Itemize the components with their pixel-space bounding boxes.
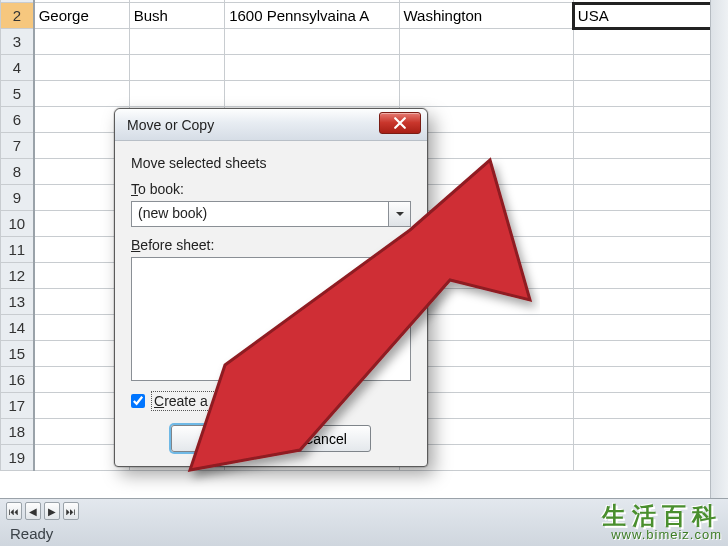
nav-prev-button[interactable]: ◀ xyxy=(25,502,41,520)
dialog-title: Move or Copy xyxy=(127,117,214,133)
create-copy-label[interactable]: Create a copy xyxy=(151,391,244,411)
row-header[interactable]: 2 xyxy=(1,3,34,29)
nav-first-button[interactable]: ⏮ xyxy=(6,502,22,520)
vertical-scrollbar[interactable] xyxy=(710,0,728,498)
cell[interactable] xyxy=(573,107,727,133)
table-row[interactable]: 3 xyxy=(1,29,728,55)
row-header[interactable]: 14 xyxy=(1,315,34,341)
cell[interactable]: Bush xyxy=(129,3,224,29)
cell[interactable] xyxy=(34,81,129,107)
table-row[interactable]: 2GeorgeBush1600 Pennsylvaina AWashington… xyxy=(1,3,728,29)
row-header[interactable]: 15 xyxy=(1,341,34,367)
dialog-titlebar[interactable]: Move or Copy xyxy=(115,109,427,141)
row-header[interactable]: 17 xyxy=(1,393,34,419)
table-row[interactable]: 5 xyxy=(1,81,728,107)
row-header[interactable]: 11 xyxy=(1,237,34,263)
cell[interactable] xyxy=(573,341,727,367)
close-icon xyxy=(394,117,406,129)
cell[interactable] xyxy=(573,237,727,263)
table-row[interactable]: 4 xyxy=(1,55,728,81)
row-header[interactable]: 18 xyxy=(1,419,34,445)
create-copy-checkbox[interactable] xyxy=(131,394,145,408)
cell[interactable] xyxy=(129,81,224,107)
to-book-combo[interactable]: (new book) xyxy=(131,201,411,227)
cell[interactable] xyxy=(573,159,727,185)
cell[interactable] xyxy=(225,55,399,81)
cell[interactable]: 1600 Pennsylvaina A xyxy=(225,3,399,29)
before-sheet-label: Before sheet: xyxy=(131,237,411,253)
to-book-label: To book: xyxy=(131,181,411,197)
row-header[interactable]: 13 xyxy=(1,289,34,315)
move-or-copy-dialog: Move or Copy Move selected sheets To boo… xyxy=(114,108,428,467)
cell[interactable] xyxy=(573,211,727,237)
dialog-heading: Move selected sheets xyxy=(131,155,411,171)
cell[interactable] xyxy=(573,315,727,341)
nav-next-button[interactable]: ▶ xyxy=(44,502,60,520)
before-sheet-listbox[interactable] xyxy=(131,257,411,381)
cell[interactable] xyxy=(399,81,573,107)
row-header[interactable]: 19 xyxy=(1,445,34,471)
status-bar-text: Ready xyxy=(0,523,728,546)
cell[interactable] xyxy=(225,81,399,107)
row-header[interactable]: 7 xyxy=(1,133,34,159)
row-header[interactable]: 9 xyxy=(1,185,34,211)
close-button[interactable] xyxy=(379,112,421,134)
cell[interactable] xyxy=(34,55,129,81)
cancel-button[interactable]: Cancel xyxy=(279,425,371,452)
cell[interactable] xyxy=(129,55,224,81)
bottom-bar: ⏮ ◀ ▶ ⏭ Ready xyxy=(0,498,728,546)
row-header[interactable]: 6 xyxy=(1,107,34,133)
to-book-value: (new book) xyxy=(132,202,388,226)
cell[interactable] xyxy=(34,29,129,55)
cell[interactable] xyxy=(129,29,224,55)
cell[interactable] xyxy=(573,29,727,55)
cell[interactable] xyxy=(573,367,727,393)
cell[interactable] xyxy=(573,289,727,315)
cell[interactable] xyxy=(573,445,727,471)
cell[interactable]: USA xyxy=(573,3,727,29)
cell[interactable] xyxy=(573,419,727,445)
cell[interactable] xyxy=(399,55,573,81)
nav-last-button[interactable]: ⏭ xyxy=(63,502,79,520)
ok-button[interactable]: OK xyxy=(171,425,263,452)
cell[interactable] xyxy=(573,263,727,289)
cell[interactable] xyxy=(573,393,727,419)
cell[interactable] xyxy=(573,133,727,159)
row-header[interactable]: 10 xyxy=(1,211,34,237)
cell[interactable]: George xyxy=(34,3,129,29)
cell[interactable] xyxy=(573,81,727,107)
cell[interactable] xyxy=(225,29,399,55)
chevron-down-icon xyxy=(395,209,405,219)
row-header[interactable]: 12 xyxy=(1,263,34,289)
cell[interactable]: Washington xyxy=(399,3,573,29)
row-header[interactable]: 4 xyxy=(1,55,34,81)
row-header[interactable]: 16 xyxy=(1,367,34,393)
row-header[interactable]: 8 xyxy=(1,159,34,185)
cell[interactable] xyxy=(573,55,727,81)
cell[interactable] xyxy=(573,185,727,211)
to-book-drop-button[interactable] xyxy=(388,202,410,226)
cell[interactable] xyxy=(399,29,573,55)
sheet-tab-nav: ⏮ ◀ ▶ ⏭ xyxy=(0,499,728,523)
row-header[interactable]: 5 xyxy=(1,81,34,107)
row-header[interactable]: 3 xyxy=(1,29,34,55)
